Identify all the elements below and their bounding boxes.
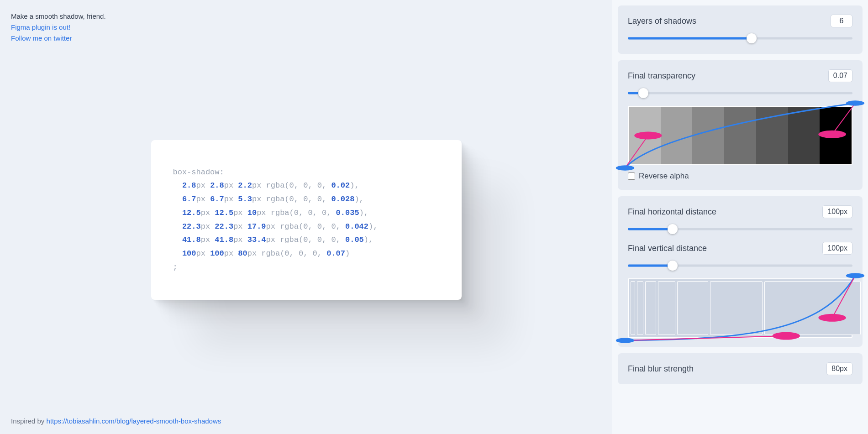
page-title: Make a smooth shadow, friend. xyxy=(11,11,601,22)
inspiration-link[interactable]: https://tobiasahlin.com/blog/layered-smo… xyxy=(47,417,221,425)
preview-pane: Make a smooth shadow, friend. Figma plug… xyxy=(0,0,612,434)
svg-point-5 xyxy=(818,131,846,138)
svg-line-1 xyxy=(832,103,855,134)
css-output[interactable]: box-shadow: 2.8px 2.8px 2.2px rgba(0, 0,… xyxy=(173,166,440,274)
hdist-slider[interactable] xyxy=(628,225,852,234)
reverse-alpha-checkbox[interactable] xyxy=(628,173,635,180)
hdist-value[interactable]: 100px xyxy=(822,205,852,218)
layers-card: Layers of shadows 6 xyxy=(618,5,863,54)
distance-card: Final horizontal distance 100px Final ve… xyxy=(618,196,863,347)
transparency-label: Final transparency xyxy=(628,71,695,81)
figma-plugin-link[interactable]: Figma plugin is out! xyxy=(11,23,70,31)
header: Make a smooth shadow, friend. Figma plug… xyxy=(11,11,601,44)
svg-point-3 xyxy=(846,100,864,105)
svg-line-7 xyxy=(832,276,855,318)
layers-slider[interactable] xyxy=(628,34,852,43)
svg-line-6 xyxy=(625,336,786,340)
svg-point-9 xyxy=(846,273,864,278)
blur-value[interactable]: 80px xyxy=(826,362,852,375)
vdist-slider[interactable] xyxy=(628,261,852,270)
footer-prefix: Inspired by xyxy=(11,417,47,425)
vdist-value[interactable]: 100px xyxy=(822,242,852,255)
hdist-label: Final horizontal distance xyxy=(628,207,716,217)
svg-point-4 xyxy=(634,131,662,139)
twitter-link[interactable]: Follow me on twitter xyxy=(11,34,72,42)
alpha-curve-editor[interactable] xyxy=(628,106,852,165)
layers-value[interactable]: 6 xyxy=(831,15,852,27)
transparency-card: Final transparency 0.07 Reverse alpha xyxy=(618,60,863,190)
distance-curve-editor[interactable] xyxy=(628,278,852,338)
preview-card: box-shadow: 2.8px 2.8px 2.2px rgba(0, 0,… xyxy=(151,140,462,300)
footer: Inspired by https://tobiasahlin.com/blog… xyxy=(11,417,221,425)
svg-point-8 xyxy=(616,338,634,343)
transparency-slider[interactable] xyxy=(628,89,852,98)
blur-label: Final blur strength xyxy=(628,364,694,374)
layers-label: Layers of shadows xyxy=(628,16,696,26)
transparency-value[interactable]: 0.07 xyxy=(828,69,852,82)
svg-point-10 xyxy=(773,332,800,340)
reverse-alpha-label: Reverse alpha xyxy=(639,172,689,181)
vdist-label: Final vertical distance xyxy=(628,244,707,253)
svg-point-2 xyxy=(616,165,634,170)
reverse-alpha-row[interactable]: Reverse alpha xyxy=(628,172,852,181)
svg-line-0 xyxy=(625,136,648,168)
canvas-area: box-shadow: 2.8px 2.8px 2.2px rgba(0, 0,… xyxy=(11,44,601,423)
svg-point-11 xyxy=(818,314,846,322)
controls-panel: Layers of shadows 6 Final transparency 0… xyxy=(612,0,868,434)
blur-card: Final blur strength 80px xyxy=(618,353,863,384)
